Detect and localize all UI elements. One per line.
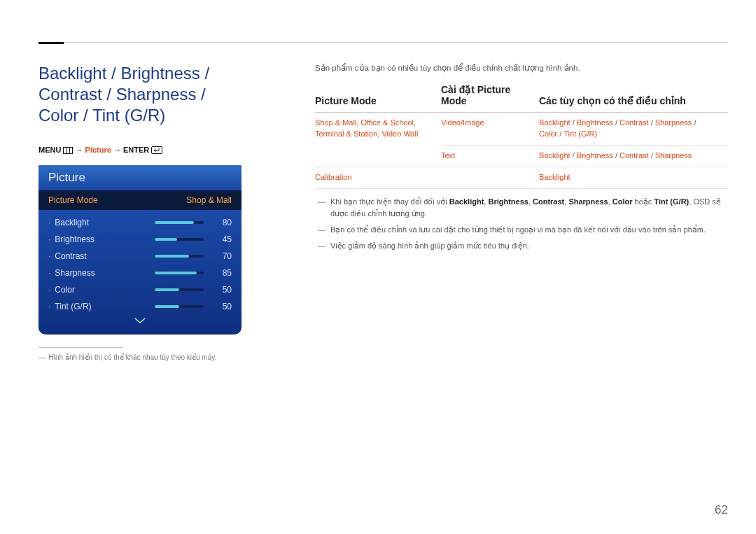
cell-mode: Shop & Mall, Office & School, Terminal &… [315,113,441,167]
osd-selected-value: Shop & Mall [186,195,232,205]
slider-fill [155,305,179,308]
cell-options: Backlight / Brightness / Contrast / Shar… [539,145,728,167]
right-column: Sản phẩm của bạn có nhiều tùy chọn để đi… [315,63,728,252]
osd-row-value: 50 [215,302,232,311]
osd-title: Picture [38,165,241,190]
bullet-icon: · [48,268,50,278]
arrow-1: → [76,146,83,154]
osd-row-label: Color [55,285,155,295]
osd-row-value: 70 [215,251,232,261]
bullet-icon: · [48,234,50,244]
osd-slider-row[interactable]: ·Tint (G/R)50 [48,298,232,315]
notes-list: Khi bạn thực hiện thay đổi đối với Backl… [315,196,728,252]
note-1: Khi bạn thực hiện thay đổi đối với Backl… [315,196,728,220]
chevron-down-icon[interactable] [48,315,232,329]
left-column: Backlight / Brightness / Contrast / Shar… [38,63,241,361]
svg-rect-0 [64,148,73,154]
cell-options: Backlight / Brightness / Contrast / Shar… [539,113,728,146]
osd-body: ·Backlight80·Brightness45·Contrast70·Sha… [38,210,241,335]
note-2: Bạn có thể điều chỉnh và lưu cài đặt cho… [315,224,728,236]
osd-row-label: Backlight [55,218,155,227]
cell-setting: Text [441,145,539,167]
slider-track[interactable] [155,221,204,224]
slider-track[interactable] [155,238,204,241]
page-title: Backlight / Brightness / Contrast / Shar… [38,63,241,126]
enter-icon [151,146,162,155]
bullet-icon: · [48,218,50,227]
arrow-2: → [113,146,121,154]
cell-options: Backlight [539,167,728,188]
page-number: 62 [715,503,728,517]
osd-slider-row[interactable]: ·Brightness45 [48,231,232,248]
osd-panel: Picture Picture Mode Shop & Mall ·Backli… [38,165,241,335]
table-row: Shop & Mall, Office & School, Terminal &… [315,113,728,146]
osd-slider-row[interactable]: ·Color50 [48,281,232,298]
osd-slider-row[interactable]: ·Backlight80 [48,214,232,231]
osd-slider-row[interactable]: ·Sharpness85 [48,265,232,281]
osd-slider-row[interactable]: ·Contrast70 [48,248,232,265]
slider-fill [155,238,177,241]
slider-fill [155,272,197,274]
osd-row-label: Contrast [55,251,155,261]
slider-fill [155,255,189,258]
options-table: Picture Mode Cài đặt Picture Mode Các tù… [315,84,728,189]
osd-footnote-text: Hình ảnh hiển thị có thể khác nhau tùy t… [48,353,216,361]
osd-row-label: Tint (G/R) [55,302,155,311]
menu-path: MENU → Picture → ENTER [38,146,241,155]
th-setting: Cài đặt Picture Mode [441,84,539,113]
footnote-rule [38,347,122,348]
menu-label: MENU [38,146,61,154]
enter-label: ENTER [123,146,149,154]
osd-row-value: 50 [215,285,232,295]
osd-footnote: ―Hình ảnh hiển thị có thể khác nhau tùy … [38,353,241,361]
slider-track[interactable] [155,255,204,258]
osd-row-value: 85 [215,268,232,278]
chapter-accent [38,42,64,44]
cell-setting [441,167,539,188]
menu-icon [63,147,73,155]
osd-row-value: 80 [215,218,232,227]
bullet-icon: · [48,251,50,261]
osd-row-label: Brightness [55,234,155,244]
slider-track[interactable] [155,272,204,274]
slider-fill [155,288,179,291]
osd-row-value: 45 [215,234,232,244]
table-row: CalibrationBacklight [315,167,728,188]
osd-selected-label: Picture Mode [48,195,98,205]
th-options: Các tùy chọn có thể điều chỉnh [539,84,728,113]
menu-path-picture: Picture [85,146,111,154]
slider-track[interactable] [155,305,204,308]
page-top-rule [38,42,728,43]
osd-picture-mode-row[interactable]: Picture Mode Shop & Mall [38,190,241,210]
slider-track[interactable] [155,288,204,291]
osd-row-label: Sharpness [55,268,155,278]
note-3: Việc giảm độ sáng hình ảnh giúp giảm mức… [315,240,728,252]
bullet-icon: · [48,285,50,295]
bullet-icon: · [48,302,50,311]
intro-text: Sản phẩm của bạn có nhiều tùy chọn để đi… [315,63,728,73]
slider-fill [155,221,194,224]
cell-mode: Calibration [315,167,441,188]
th-picture-mode: Picture Mode [315,84,441,113]
cell-setting: Video/Image [441,113,539,146]
